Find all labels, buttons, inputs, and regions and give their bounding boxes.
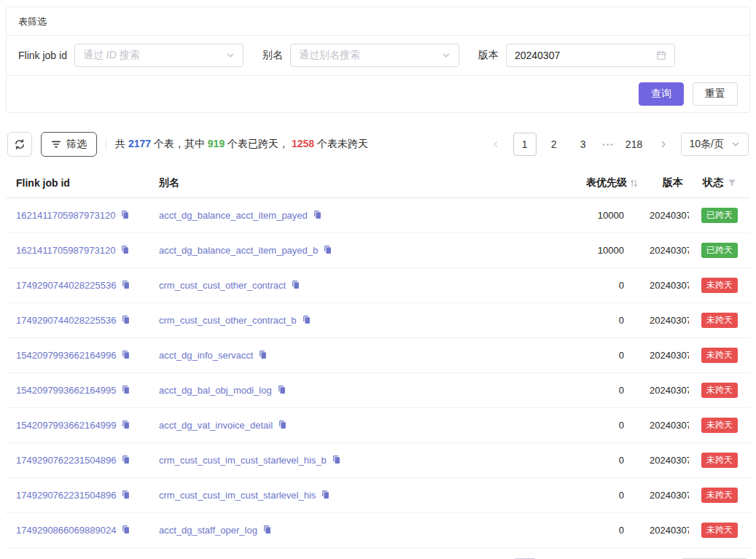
copy-icon[interactable]: [278, 420, 287, 429]
copy-icon[interactable]: [121, 420, 130, 429]
toolbar: 筛选 共 2177 个表，其中 919 个表已跨天， 1258 个表未跨天 12…: [6, 132, 750, 157]
copy-icon[interactable]: [121, 525, 130, 534]
alias-link[interactable]: acct_dg_balance_acct_item_payed_b: [159, 245, 318, 256]
table-row: 1749290762231504896crm_cust_cust_im_cust…: [6, 478, 750, 513]
filter-toggle-label: 筛选: [66, 138, 87, 151]
priority-cell: 0: [571, 338, 644, 373]
copy-icon[interactable]: [121, 315, 130, 324]
chevron-down-icon: [442, 51, 451, 60]
priority-cell: 0: [571, 303, 644, 338]
alias-link[interactable]: acct_dg_bal_obj_modi_log: [159, 385, 272, 396]
copy-icon[interactable]: [258, 350, 268, 359]
version-label: 版本: [478, 49, 499, 62]
alias-link[interactable]: acct_dg_staff_oper_log: [159, 525, 257, 536]
alias-label: 别名: [262, 49, 283, 62]
refresh-button[interactable]: [7, 132, 32, 157]
status-badge: 未跨天: [701, 383, 738, 398]
version-cell: 20240307: [644, 198, 689, 233]
job-id-link[interactable]: 1749290744028225536: [16, 280, 116, 291]
priority-cell: 10000: [571, 198, 644, 233]
summary-not-crossed-count: 1258: [292, 138, 314, 149]
job-id-link[interactable]: 1749290866069889024: [16, 525, 116, 536]
next-page-button[interactable]: [652, 133, 675, 156]
copy-icon[interactable]: [313, 210, 322, 219]
version-date-input[interactable]: 20240307: [506, 44, 675, 67]
table-row: 1749290866069889024acct_dg_staff_oper_lo…: [6, 513, 750, 548]
flink-job-id-label: Flink job id: [18, 50, 67, 61]
copy-icon[interactable]: [121, 280, 130, 289]
copy-icon[interactable]: [120, 210, 130, 219]
alias-link[interactable]: crm_cust_cust_im_cust_starlevel_his_b: [159, 455, 327, 466]
job-id-link[interactable]: 1542097993662164995: [16, 385, 116, 396]
table-row: 1621411705987973120acct_dg_balance_acct_…: [6, 198, 750, 233]
table-row: 1542097993662164996acct_dg_info_servacct…: [6, 338, 750, 373]
alias-select[interactable]: 通过别名搜索: [290, 44, 459, 67]
copy-icon[interactable]: [121, 455, 130, 464]
funnel-icon[interactable]: [728, 179, 736, 187]
job-id-link[interactable]: 1542097993662164996: [16, 350, 116, 361]
alias-placeholder: 通过别名搜索: [299, 49, 360, 62]
col-header-status: 状态: [689, 168, 750, 198]
version-cell: 20240307: [644, 338, 689, 373]
job-id-link[interactable]: 1621411705987973120: [16, 210, 115, 221]
job-id-link[interactable]: 1749290762231504896: [16, 455, 116, 466]
table-header-row: Flink job id 别名 表优先级 版本 状态: [6, 168, 750, 198]
status-badge: 未跨天: [701, 488, 738, 503]
table-row: 1749290744028225536crm_cust_cust_other_c…: [6, 268, 750, 303]
filter-toggle-button[interactable]: 筛选: [41, 132, 97, 157]
alias-link[interactable]: acct_dg_balance_acct_item_payed: [159, 210, 308, 221]
page-button-2[interactable]: 2: [542, 133, 566, 156]
copy-icon[interactable]: [332, 455, 341, 464]
alias-link[interactable]: acct_dg_info_servacct: [159, 350, 253, 361]
query-button[interactable]: 查询: [639, 82, 684, 106]
status-badge: 未跨天: [701, 453, 738, 468]
flink-job-id-select[interactable]: 通过 ID 搜索: [74, 44, 243, 67]
alias-link[interactable]: crm_cust_cust_other_contract: [159, 280, 286, 291]
priority-cell: 0: [571, 268, 644, 303]
copy-icon[interactable]: [291, 280, 300, 289]
status-badge: 未跨天: [701, 418, 738, 433]
filter-fields-row: Flink job id 通过 ID 搜索 别名 通过别名搜索: [7, 36, 749, 76]
version-cell: 20240307: [644, 303, 689, 338]
copy-icon[interactable]: [121, 490, 130, 499]
copy-icon[interactable]: [121, 350, 130, 359]
table-row: 1749290762231504896crm_cust_cust_im_cust…: [6, 443, 750, 478]
page-button-1[interactable]: 1: [513, 133, 537, 156]
reset-button[interactable]: 重置: [693, 82, 738, 106]
priority-cell: 10000: [571, 233, 644, 268]
page-button-218[interactable]: 218: [623, 133, 646, 156]
job-id-link[interactable]: 1621411705987973120: [16, 245, 115, 256]
table-row: 1542097993662164999acct_dg_vat_invoice_d…: [6, 408, 750, 443]
job-id-link[interactable]: 1542097993662164999: [16, 420, 116, 431]
copy-icon[interactable]: [302, 315, 311, 324]
sort-icon[interactable]: [630, 179, 638, 188]
summary-part: 个表未跨天: [314, 138, 368, 149]
chevron-down-icon: [226, 51, 235, 60]
version-field: 版本 20240307: [478, 44, 675, 67]
calendar-icon: [656, 50, 666, 60]
alias-link[interactable]: crm_cust_cust_other_contract_b: [159, 315, 297, 326]
alias-link[interactable]: crm_cust_cust_im_cust_starlevel_his: [159, 490, 316, 501]
prev-page-button[interactable]: [484, 133, 507, 156]
copy-icon[interactable]: [277, 385, 287, 394]
copy-icon[interactable]: [262, 525, 272, 534]
copy-icon[interactable]: [323, 245, 332, 254]
status-badge: 已跨天: [701, 243, 738, 258]
version-cell: 20240307: [644, 268, 689, 303]
col-header-priority[interactable]: 表优先级: [571, 168, 644, 198]
copy-icon[interactable]: [321, 490, 330, 499]
filter-card-title: 表筛选: [18, 16, 47, 27]
page-button-3[interactable]: 3: [572, 133, 595, 156]
copy-icon[interactable]: [121, 385, 130, 394]
summary-total-count: 2177: [128, 138, 151, 149]
toolbar-divider: [106, 138, 106, 150]
version-cell: 20240307: [644, 443, 689, 478]
page-size-select[interactable]: 10条/页: [681, 133, 749, 156]
pagination-ellipsis[interactable]: •••: [601, 133, 617, 156]
page: 表筛选 Flink job id 通过 ID 搜索 别名 通过别名搜索: [0, 0, 756, 559]
job-id-link[interactable]: 1749290762231504896: [16, 490, 116, 501]
copy-icon[interactable]: [120, 245, 130, 254]
job-id-link[interactable]: 1749290744028225536: [16, 315, 116, 326]
alias-link[interactable]: acct_dg_vat_invoice_detail: [159, 420, 273, 431]
refresh-icon: [14, 138, 26, 150]
